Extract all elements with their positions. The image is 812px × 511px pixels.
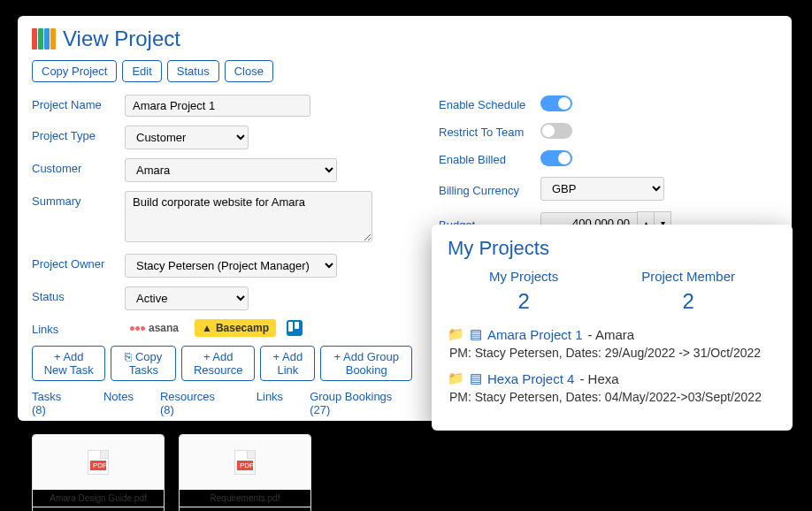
enable-schedule-label: Enable Schedule bbox=[439, 95, 540, 111]
project-type-select[interactable]: Customer bbox=[125, 126, 249, 149]
add-resource-button[interactable]: + Add Resource bbox=[181, 346, 255, 381]
basecamp-link[interactable]: ▲ Basecamp bbox=[195, 319, 276, 337]
tabs: Tasks (8) Notes Resources (8) Links Grou… bbox=[32, 390, 412, 416]
folder-icon: 📁 bbox=[448, 326, 464, 342]
project-customer: - Amara bbox=[588, 327, 635, 342]
basecamp-icon: ▲ bbox=[202, 322, 212, 334]
file-name: Requirements.pdf bbox=[180, 490, 310, 507]
copy-icon: ⎘ bbox=[125, 350, 132, 363]
my-projects-col-title: My Projects bbox=[489, 269, 558, 284]
pdf-icon: PDF bbox=[88, 450, 109, 475]
my-projects-panel: My Projects My Projects 2 Project Member… bbox=[432, 225, 793, 431]
project-customer: - Hexa bbox=[579, 371, 618, 386]
project-owner-select[interactable]: Stacy Petersen (Project Manager) bbox=[125, 254, 337, 278]
links-label: Links bbox=[32, 319, 125, 336]
action-buttons: + Add New Task ⎘ Copy Tasks + Add Resour… bbox=[32, 346, 412, 381]
enable-billed-label: Enable Billed bbox=[439, 149, 540, 166]
project-detail: PM: Stacy Petersen, Dates: 29/Aug/2022 -… bbox=[449, 346, 777, 360]
project-type-label: Project Type bbox=[32, 126, 125, 142]
project-name-link[interactable]: Hexa Project 4 bbox=[487, 371, 574, 386]
page-header: View Project bbox=[32, 27, 778, 51]
billing-currency-select[interactable]: GBP bbox=[540, 177, 664, 201]
asana-link[interactable]: asana bbox=[125, 320, 184, 336]
restrict-team-toggle[interactable] bbox=[540, 123, 572, 139]
project-name-link[interactable]: Amara Project 1 bbox=[487, 327, 583, 342]
customer-label: Customer bbox=[32, 158, 125, 175]
file-preview: PDF bbox=[33, 435, 164, 490]
copy-tasks-label: Copy Tasks bbox=[129, 350, 163, 377]
project-item[interactable]: 📁 ▤ Amara Project 1 - Amara PM: Stacy Pe… bbox=[448, 326, 777, 360]
pdf-icon: PDF bbox=[234, 450, 256, 475]
asana-icon bbox=[130, 326, 145, 331]
copy-tasks-button[interactable]: ⎘ Copy Tasks bbox=[111, 346, 176, 381]
summary-textarea[interactable]: Build corporate website for Amara bbox=[125, 191, 372, 242]
status-label: Status bbox=[32, 286, 125, 303]
toolbar: Copy Project Edit Status Close bbox=[32, 60, 778, 82]
project-detail: PM: Stacy Petersen, Dates: 04/May/2022->… bbox=[449, 390, 777, 404]
basecamp-label: Basecamp bbox=[216, 322, 269, 334]
file-card: PDF Amara Design Guide.pdf ✎ 🗑 bbox=[32, 434, 165, 511]
tab-resources[interactable]: Resources (8) bbox=[160, 390, 230, 416]
enable-billed-toggle[interactable] bbox=[540, 150, 572, 166]
asana-label: asana bbox=[149, 322, 179, 334]
project-name-label: Project Name bbox=[32, 95, 125, 111]
close-button[interactable]: Close bbox=[225, 60, 273, 82]
tab-group-bookings[interactable]: Group Bookings (27) bbox=[310, 390, 412, 416]
gantt-icon: ▤ bbox=[470, 326, 482, 342]
left-column: Project Name Project Type Customer Custo… bbox=[32, 95, 412, 511]
tab-links[interactable]: Links bbox=[257, 390, 283, 416]
tab-tasks[interactable]: Tasks (8) bbox=[32, 390, 77, 416]
add-link-button[interactable]: + Add Link bbox=[260, 346, 315, 381]
project-item[interactable]: 📁 ▤ Hexa Project 4 - Hexa PM: Stacy Pete… bbox=[448, 370, 777, 404]
file-card: PDF Requirements.pdf ✎ 🗑 bbox=[179, 434, 311, 511]
file-name: Amara Design Guide.pdf bbox=[33, 490, 164, 507]
tab-notes[interactable]: Notes bbox=[103, 390, 134, 416]
billing-currency-label: Billing Currency bbox=[439, 180, 540, 197]
edit-button[interactable]: Edit bbox=[122, 60, 161, 82]
restrict-team-label: Restrict To Team bbox=[439, 122, 540, 139]
status-select[interactable]: Active bbox=[125, 286, 249, 310]
add-new-task-button[interactable]: + Add New Task bbox=[32, 346, 105, 381]
my-projects-title: My Projects bbox=[448, 237, 777, 260]
project-owner-label: Project Owner bbox=[32, 254, 125, 271]
summary-label: Summary bbox=[32, 191, 125, 208]
gantt-icon: ▤ bbox=[470, 370, 482, 386]
customer-select[interactable]: Amara bbox=[125, 158, 337, 182]
copy-project-button[interactable]: Copy Project bbox=[32, 60, 117, 82]
project-name-input[interactable] bbox=[125, 95, 310, 117]
file-cards: PDF Amara Design Guide.pdf ✎ 🗑 PDF Requi… bbox=[32, 434, 412, 511]
project-member-count: 2 bbox=[641, 289, 735, 314]
enable-schedule-toggle[interactable] bbox=[540, 95, 572, 111]
books-icon bbox=[32, 28, 56, 50]
my-projects-count: 2 bbox=[489, 289, 558, 314]
trello-link[interactable] bbox=[287, 320, 303, 336]
project-member-col-title: Project Member bbox=[641, 269, 735, 284]
add-group-booking-button[interactable]: + Add Group Booking bbox=[320, 346, 412, 381]
page-title: View Project bbox=[63, 27, 180, 51]
file-preview: PDF bbox=[180, 435, 310, 490]
status-button[interactable]: Status bbox=[167, 60, 219, 82]
folder-icon: 📁 bbox=[448, 370, 464, 386]
